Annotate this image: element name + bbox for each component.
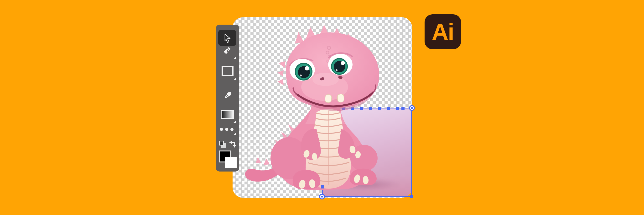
rectangle-tool-flyout-triangle[interactable] (234, 78, 236, 80)
pen-nib-icon (224, 47, 231, 54)
eyedropper-icon (224, 91, 232, 99)
ellipsis-icon (220, 128, 223, 131)
more-tools-flyout-triangle[interactable] (234, 133, 236, 135)
stroke-color-swatch[interactable] (225, 157, 237, 168)
selection-handle-top-right[interactable] (409, 105, 415, 111)
pen-tool-button[interactable] (222, 46, 232, 56)
rectangle-tool-button[interactable] (222, 66, 234, 76)
ellipsis-icon (225, 128, 228, 131)
dragon-artwork (232, 17, 412, 198)
gradient-tool-flyout-triangle[interactable] (234, 120, 236, 123)
tools-panel (216, 25, 239, 171)
selection-handle-bottom-left[interactable] (319, 194, 325, 199)
illustrator-app-badge: Ai (424, 14, 461, 49)
gradient-tool-button[interactable] (221, 110, 234, 119)
swap-fill-stroke-button[interactable] (228, 140, 237, 148)
ellipsis-icon (230, 128, 234, 131)
selection-handle-left[interactable] (321, 185, 324, 188)
pen-tool-flyout-triangle[interactable] (234, 57, 236, 59)
promo-stage: Ai (0, 0, 644, 215)
eyedropper-tool-button[interactable] (222, 91, 232, 101)
default-fill-stroke-icon-front[interactable] (219, 141, 224, 145)
selection-handle-bottom-right[interactable] (410, 195, 413, 198)
selection-tool-button[interactable] (218, 30, 236, 46)
cursor-arrow-icon (222, 33, 232, 43)
app-badge-label: Ai (432, 19, 454, 45)
swap-fill-stroke-icon (229, 141, 236, 148)
artboard[interactable] (232, 17, 412, 198)
